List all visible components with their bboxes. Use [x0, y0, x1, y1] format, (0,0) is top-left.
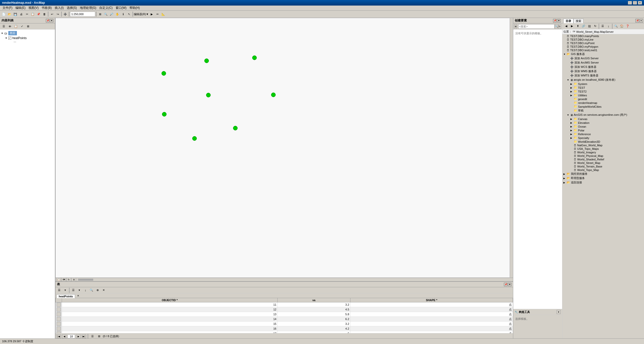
menu-insert[interactable]: 插入(I) — [53, 6, 65, 10]
row-selector[interactable] — [56, 312, 62, 317]
menu-view[interactable]: 视图(V) — [27, 6, 40, 10]
catalog-tree-item[interactable]: 📁 renderHeatmap — [562, 101, 644, 105]
catalog-tree-item[interactable]: 🗒 World_Terrain_Base — [562, 165, 644, 168]
cut-button[interactable]: ✂ — [24, 11, 30, 17]
row-selector[interactable] — [56, 317, 62, 322]
catalog-connect-btn[interactable]: 🔗 — [581, 23, 586, 29]
catalog-tree-item[interactable]: 🗒 World_Imagery — [562, 151, 644, 154]
catalog-tree-item[interactable]: 🗒 World_Street_Map — [562, 161, 644, 165]
catalog-home-btn[interactable]: 🏠 — [619, 23, 625, 29]
menu-select[interactable]: 选择(S) — [65, 6, 78, 10]
table-close-btn[interactable]: ✕ — [508, 283, 511, 286]
scale-input[interactable] — [70, 12, 95, 17]
catalog-tree-item[interactable]: ▶ 📁 Specialty — [562, 136, 644, 140]
col-va[interactable]: va — [277, 298, 350, 302]
table-menu-btn[interactable]: ☰ — [56, 288, 62, 293]
create-elements-close[interactable]: ✕ — [557, 19, 561, 22]
menu-geoprocessing[interactable]: 地理处理(G) — [78, 6, 98, 10]
row-selector[interactable] — [56, 322, 62, 326]
table-row[interactable]: 15 3.2 点 — [56, 322, 513, 326]
col-objectid[interactable]: OBJECTID * — [62, 298, 278, 302]
table-pin-btn[interactable]: 📌 — [504, 283, 507, 286]
map-area[interactable] — [55, 18, 513, 278]
table-row[interactable]: 13 5.8 点 — [56, 312, 513, 317]
toc-group-item[interactable]: ▼ 🗂 图层 — [1, 31, 54, 36]
catalog-tree-item[interactable]: 🗒 World_Shaded_Relief — [562, 158, 644, 161]
menu-bookmarks[interactable]: 书签(B) — [40, 6, 53, 10]
editor-label[interactable]: 编辑器(R)▼ — [134, 12, 149, 16]
catalog-up-btn[interactable]: ⬆ — [575, 23, 581, 29]
row-selector[interactable] — [56, 331, 62, 333]
catalog-tree-item[interactable]: ▶ 📁 TEST2 — [562, 90, 644, 93]
pan-button[interactable]: ✋ — [115, 11, 120, 17]
ce-toolbar-btn1[interactable]: ⊕ — [514, 24, 517, 29]
editor-btn2[interactable]: ✏ — [155, 11, 160, 17]
menu-window[interactable]: 窗口(W) — [114, 6, 128, 10]
table-btn6[interactable]: ✕ — [101, 288, 106, 293]
full-extent-button[interactable]: ⊞ — [97, 11, 103, 17]
catalog-view-btn[interactable]: ☰ — [600, 23, 605, 29]
catalog-tree-item[interactable]: ➕ 添加 WMS 服务器 — [562, 69, 644, 73]
catalog-tree-item[interactable]: ▼ 📂 GIS 服务器 — [562, 52, 644, 56]
catalog-tree-item[interactable]: ▶ 📂 追踪连接 — [562, 180, 644, 185]
group-expand-arrow[interactable]: ▼ — [1, 32, 3, 35]
toc-list-view-btn[interactable]: ☰ — [1, 24, 7, 29]
create-elements-pin[interactable]: 📌 — [553, 19, 557, 22]
catalog-pin-btn[interactable]: 📌 — [635, 19, 639, 22]
catalog-forward-btn[interactable]: ▶ — [569, 23, 575, 29]
table-menu-arrow[interactable]: ▾ — [62, 288, 68, 293]
catalog-refresh-btn[interactable]: ↻ — [592, 23, 598, 29]
maximize-button[interactable]: □ — [633, 1, 637, 5]
catalog-sort-btn[interactable]: ↕ — [606, 23, 611, 29]
table-btn3[interactable]: ↕ — [83, 288, 88, 293]
ce-refresh-btn[interactable]: ↻ — [558, 24, 561, 29]
catalog-tree-item[interactable]: ➕ 添加 ArcGIS Server — [562, 56, 644, 61]
minimize-button[interactable]: ─ — [628, 1, 632, 5]
record-count-input[interactable] — [68, 334, 75, 338]
catalog-help-btn[interactable]: ❓ — [625, 23, 630, 29]
open-button[interactable]: 📂 — [7, 11, 12, 17]
catalog-tree-item[interactable]: ➕ 添加 WMTS 服务器 — [562, 73, 644, 78]
add-data-button[interactable]: ➕ — [62, 11, 68, 17]
catalog-tree-item[interactable]: 📁 WorldElevation3D — [562, 140, 644, 144]
catalog-tree-item[interactable]: ▶ 📁 System — [562, 82, 644, 86]
map-right-scrollbar[interactable] — [510, 18, 513, 277]
table-tab-heatpoints[interactable]: heatPoints — [56, 294, 75, 298]
catalog-tree-item[interactable]: 🗒 TEST.DBO.testLine01 — [562, 48, 644, 52]
catalog-tree-item[interactable]: ▶ 📁 Ocean — [562, 125, 644, 128]
paste-button[interactable]: 📌 — [36, 11, 41, 17]
copy-button[interactable]: 📋 — [30, 11, 36, 17]
catalog-close-btn[interactable]: ✕ — [639, 19, 643, 22]
menu-edit[interactable]: 编辑(E) — [14, 6, 27, 10]
table-row[interactable]: 14 6.2 点 — [56, 317, 513, 322]
catalog-tree-item[interactable]: ▶ 📁 Reference — [562, 132, 644, 136]
catalog-tree-item[interactable]: ▼ 🖥 arcgis on localhost_6080 (发布者) — [562, 78, 644, 82]
catalog-tree-item[interactable]: 🗒 TEST.DBO.myLine — [562, 38, 644, 41]
catalog-tree-item[interactable]: ▶ 📂 我托管的服务 — [562, 172, 644, 176]
toc-close-btn[interactable]: ✕ — [50, 19, 53, 22]
catalog-search-btn[interactable]: 🔍 — [613, 23, 619, 29]
construct-tools-expand[interactable]: ▼ — [557, 310, 561, 314]
editor-btn3[interactable]: 📐 — [160, 11, 166, 17]
table-row[interactable]: 16 4.2 点 — [56, 326, 513, 331]
menu-customize[interactable]: 自定义(C) — [98, 6, 114, 10]
table-row[interactable]: 12 4.5 点 — [56, 307, 513, 312]
undo-button[interactable]: ↩ — [49, 11, 55, 17]
zoom-out-button[interactable]: 🔎 — [109, 11, 114, 17]
table-close-tab-btn[interactable]: ✕ — [76, 293, 80, 298]
table-btn2[interactable]: ▾ — [77, 288, 82, 293]
editor-btn1[interactable]: ▶ — [149, 11, 154, 17]
catalog-tree-item[interactable]: ▶ 📁 Canvas — [562, 117, 644, 121]
redo-button[interactable]: ↪ — [55, 11, 60, 17]
catalog-tree-item[interactable]: 🗒 TEST.DBO.myPoint — [562, 41, 644, 45]
col-shape[interactable]: SHAPE * — [350, 298, 513, 302]
layer-checkbox[interactable] — [8, 37, 11, 40]
catalog-tree-item[interactable]: ▼ 🖥 ArcGIS on services.arcgisonline.com … — [562, 113, 644, 117]
nav-prev-btn[interactable]: ◀ — [62, 334, 67, 338]
nav-last-btn[interactable]: ▶| — [82, 334, 86, 338]
row-selector[interactable] — [56, 307, 62, 312]
catalog-disconnect-btn[interactable]: ⛓ — [587, 23, 592, 29]
nav-first-btn[interactable]: |◀ — [56, 334, 61, 338]
tab-catalog[interactable]: 目录 — [563, 19, 573, 23]
print-button[interactable]: 🖨 — [18, 11, 24, 17]
